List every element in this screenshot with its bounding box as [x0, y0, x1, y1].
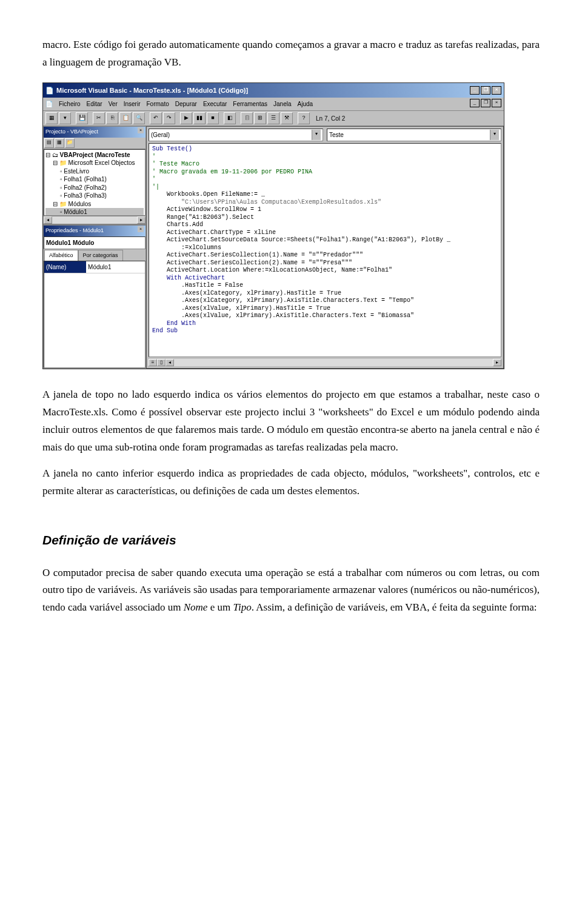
window-titlebar: 📄 Microsoft Visual Basic - MacroTeste.xl… — [43, 83, 504, 98]
tool-save[interactable]: 💾 — [76, 112, 88, 124]
properties-panel-title-text: Propriedades - Módulo1 — [45, 226, 104, 235]
project-panel-close-icon[interactable]: × — [138, 127, 144, 133]
mdi-window-controls: _ ❐ × — [470, 99, 501, 109]
property-name-label: (Name) — [44, 261, 86, 273]
properties-panel-title: Propriedades - Módulo1 × — [44, 226, 146, 236]
project-panel-title: Projecto - VBAProject × — [44, 127, 146, 137]
view-object-button[interactable]: ▦ — [55, 138, 64, 148]
tool-redo[interactable]: ↷ — [163, 112, 175, 124]
maximize-button[interactable]: ❐ — [481, 86, 490, 95]
tree-folder-modules[interactable]: ⊟ 📁 Módulos — [45, 200, 144, 209]
menubar: 📄 Ficheiro Editar Ver Inserir Formato De… — [43, 98, 504, 111]
vba-editor-screenshot: 📄 Microsoft Visual Basic - MacroTeste.xl… — [42, 82, 504, 370]
app-icon: 📄 — [45, 85, 54, 96]
menu-tools[interactable]: Ferramentas — [233, 99, 267, 109]
project-scrollbar[interactable]: ◂ ▸ — [44, 216, 146, 224]
close-button[interactable]: × — [492, 86, 501, 95]
tool-reset[interactable]: ■ — [207, 112, 219, 124]
doc-icon: 📄 — [45, 99, 53, 109]
minimize-button[interactable]: _ — [470, 86, 480, 95]
code-combo-row: (Geral) ▾ Teste ▾ — [147, 127, 503, 143]
tool-cut[interactable]: ✂ — [93, 112, 105, 124]
scroll-left-icon[interactable]: ◂ — [166, 359, 174, 366]
menu-run[interactable]: Executar — [203, 99, 227, 109]
tree-root[interactable]: ⊟ 🗂 VBAProject (MacroTeste — [45, 151, 144, 159]
tool-design[interactable]: ◧ — [224, 112, 236, 124]
properties-panel: Propriedades - Módulo1 × Módulo1 Módulo … — [43, 224, 146, 369]
tree-folder-objects[interactable]: ⊟ 📁 Microsoft Excel Objectos — [45, 159, 144, 167]
toolbar: ▦ ▾ 💾 ✂ ⎘ 📋 🔍 ↶ ↷ ▶ ▮▮ ■ ◧ ⌸ ⊞ ☰ ⚒ ? Ln … — [43, 111, 504, 126]
menu-debug[interactable]: Depurar — [175, 99, 197, 109]
tool-run[interactable]: ▶ — [180, 112, 192, 124]
menu-help[interactable]: Ajuda — [298, 99, 313, 109]
tool-properties[interactable]: ⊞ — [254, 112, 266, 124]
tree-folha3[interactable]: ▫ Folha3 (Folha3) — [45, 192, 144, 200]
tool-paste[interactable]: 📋 — [119, 112, 132, 124]
project-panel-toolbar: ▤ ▦ 📁 — [44, 138, 146, 149]
mdi-close-button[interactable]: × — [492, 99, 501, 107]
window-controls: _ ❐ × — [470, 86, 501, 95]
properties-object-combo[interactable]: Módulo1 Módulo — [44, 236, 146, 249]
menu-insert[interactable]: Inserir — [124, 99, 141, 109]
scroll-left-icon[interactable]: ◂ — [44, 216, 52, 224]
window-title: Microsoft Visual Basic - MacroTeste.xls … — [56, 85, 248, 96]
cursor-position: Ln 7, Col 2 — [316, 113, 345, 124]
menu-view[interactable]: Ver — [109, 99, 118, 109]
project-explorer-panel: Projecto - VBAProject × ▤ ▦ 📁 ⊟ 🗂 VBAPro… — [43, 126, 146, 224]
tool-insert[interactable]: ▾ — [59, 112, 71, 124]
code-scrollbar[interactable]: ≡ ▯ ◂ ▸ — [149, 359, 501, 366]
mdi-restore-button[interactable]: ❐ — [481, 99, 490, 107]
menu-edit[interactable]: Editar — [87, 99, 102, 109]
tree-modulo1[interactable]: ▫ Módulo1 — [45, 208, 144, 216]
paragraph-intro: macro. Este código foi gerado automatica… — [42, 36, 540, 72]
properties-tabs: Alfabético Por categorias — [44, 249, 146, 261]
menu-window[interactable]: Janela — [273, 99, 291, 109]
tree-estelivro[interactable]: ▫ EsteLivro — [45, 167, 144, 176]
properties-panel-close-icon[interactable]: × — [138, 226, 144, 232]
tool-view-excel[interactable]: ▦ — [45, 112, 58, 124]
tree-folha1[interactable]: ▫ Folha1 (Folha1) — [45, 175, 144, 184]
tab-alphabetic[interactable]: Alfabético — [44, 250, 78, 261]
tool-break[interactable]: ▮▮ — [193, 112, 206, 124]
tool-toolbox[interactable]: ⚒ — [281, 112, 293, 124]
menu-format[interactable]: Formato — [147, 99, 169, 109]
paragraph-4: O computador precisa de saber quando exe… — [42, 564, 540, 617]
paragraph-2: A janela de topo no lado esquerdo indica… — [42, 386, 540, 457]
project-tree[interactable]: ⊟ 🗂 VBAProject (MacroTeste ⊟ 📁 Microsoft… — [44, 149, 146, 216]
left-column: Projecto - VBAProject × ▤ ▦ 📁 ⊟ 🗂 VBAPro… — [43, 126, 146, 369]
object-combo-value: (Geral) — [151, 130, 170, 140]
procedure-combo[interactable]: Teste ▾ — [327, 129, 501, 141]
tool-help[interactable]: ? — [298, 112, 310, 124]
project-panel-title-text: Projecto - VBAProject — [45, 127, 98, 136]
main-area: Projecto - VBAProject × ▤ ▦ 📁 ⊟ 🗂 VBAPro… — [43, 126, 504, 369]
mdi-minimize-button[interactable]: _ — [470, 99, 480, 107]
property-name-value[interactable]: Módulo1 — [86, 261, 145, 273]
heading-definicao-variaveis: Definição de variáveis — [42, 529, 540, 551]
tool-find[interactable]: 🔍 — [133, 112, 145, 124]
chevron-down-icon[interactable]: ▾ — [312, 130, 321, 140]
procedure-combo-value: Teste — [329, 130, 344, 140]
menu-file[interactable]: Ficheiro — [59, 99, 81, 109]
tool-project[interactable]: ⌸ — [241, 112, 253, 124]
object-combo[interactable]: (Geral) ▾ — [149, 129, 323, 141]
tool-copy[interactable]: ⎘ — [106, 112, 118, 124]
toggle-folders-button[interactable]: 📁 — [65, 138, 75, 148]
tool-object[interactable]: ☰ — [267, 112, 279, 124]
view-code-button[interactable]: ▤ — [44, 138, 54, 148]
property-row-name[interactable]: (Name) Módulo1 — [44, 261, 145, 273]
scroll-right-icon[interactable]: ▸ — [493, 359, 501, 366]
tree-folha2[interactable]: ▫ Folha2 (Folha2) — [45, 184, 144, 192]
properties-grid[interactable]: (Name) Módulo1 — [44, 261, 146, 368]
view-procedure-icon[interactable]: ≡ — [149, 359, 157, 366]
view-full-icon[interactable]: ▯ — [157, 359, 166, 366]
code-window: (Geral) ▾ Teste ▾ Sub Teste() ' ' Teste … — [146, 126, 504, 369]
tab-categorized[interactable]: Por categorias — [78, 250, 123, 261]
paragraph-3: A janela no canto inferior esquerdo indi… — [42, 465, 540, 500]
code-editor[interactable]: Sub Teste() ' ' Teste Macro ' Macro grav… — [149, 143, 501, 357]
chevron-down-icon[interactable]: ▾ — [490, 130, 499, 140]
scroll-right-icon[interactable]: ▸ — [137, 216, 146, 224]
tool-undo[interactable]: ↶ — [150, 112, 162, 124]
